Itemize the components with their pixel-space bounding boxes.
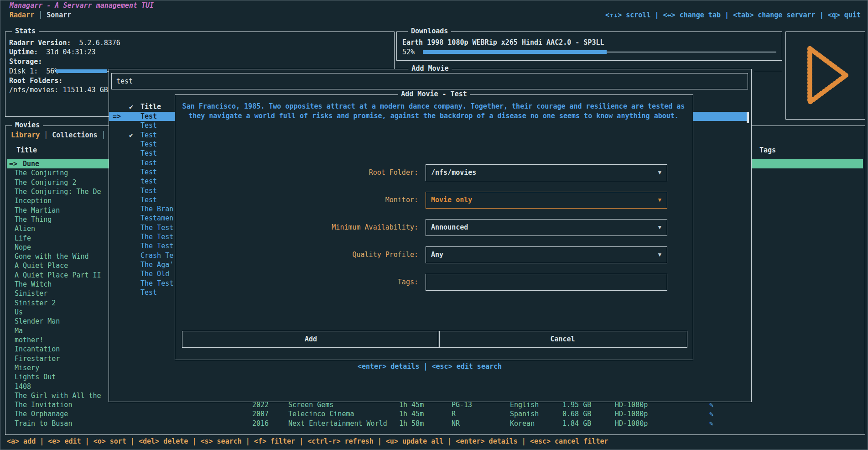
movie-runtime: 1h 58m [399, 419, 424, 428]
result-title: Test [140, 195, 157, 204]
result-title: Test [140, 167, 157, 177]
table-row-details[interactable]: 2016 Next Entertainment World 1h 58m NR … [5, 419, 864, 428]
downloads-panel: Downloads Earth 1998 1080p WEBRip x265 H… [396, 31, 782, 61]
movie-title: A Quiet Place Part II [15, 271, 101, 280]
add-movie-detail-modal: Add Movie - Test San Francisco, 1985. Tw… [175, 94, 693, 360]
footer-keybind-help: <a> add | <e> edit | <o> sort | <del> de… [7, 437, 608, 445]
movie-title: The Martian [15, 206, 60, 215]
result-title: The Test [140, 279, 173, 288]
tab-collections[interactable]: Collections [52, 131, 97, 139]
field-value: Announced [431, 220, 468, 235]
movie-title: The Witch [15, 280, 52, 289]
field-dropdown[interactable]: /nfs/movies ▼ [426, 164, 667, 181]
result-title: Test [140, 140, 157, 149]
movie-title: Nope [15, 243, 31, 252]
movie-title: Us [15, 308, 23, 317]
download-progress-gauge [423, 50, 776, 54]
root-folders-label: Root Folders: [9, 77, 62, 85]
result-title: test [140, 177, 157, 186]
chevron-down-icon: ▼ [658, 220, 661, 235]
chevron-down-icon: ▼ [658, 192, 661, 208]
field-dropdown[interactable]: ▼ [426, 274, 667, 291]
result-title: Test [140, 121, 157, 130]
downloads-panel-title: Downloads [408, 27, 451, 35]
add-movie-form: Root Folder: /nfs/movies ▼ Monitor: Movi… [175, 164, 692, 301]
movie-title: Slender Man [15, 317, 60, 326]
logo-panel [785, 31, 865, 120]
field-dropdown[interactable]: Announced ▼ [426, 219, 667, 236]
app-title: Managarr - A Servarr management TUI [10, 1, 154, 10]
result-title: The Test [140, 232, 173, 241]
movies-panel-title: Movies [12, 121, 43, 129]
uptime-line: Uptime: 31d 04:31:23 [9, 47, 96, 57]
storage-label: Storage: [9, 58, 42, 66]
field-dropdown[interactable]: Any ▼ [426, 246, 667, 263]
results-scrollbar-thumb[interactable] [747, 112, 749, 123]
tab-radarr[interactable]: Radarr [10, 11, 34, 19]
movie-language: Korean [510, 419, 535, 428]
download-percent: 52% [402, 48, 415, 56]
disk-label: Disk 1: [9, 67, 38, 75]
movie-year: 2007 [252, 409, 269, 419]
chevron-down-icon: ▼ [658, 165, 661, 181]
field-label: Minimum Availability: [175, 219, 418, 236]
servarr-tab-bar: Radarr│Sonarr [10, 11, 71, 19]
movie-title: The Girl with All the [15, 391, 101, 400]
movie-overview-line2: they navigate a world full of risks and … [175, 112, 692, 120]
field-label: Root Folder: [175, 164, 418, 181]
results-title-header: Title [140, 102, 161, 111]
selection-arrow: => [113, 112, 121, 121]
movie-quality: HD-1080p [615, 409, 648, 419]
form-field-row: Tags: ▼ [175, 274, 692, 291]
movie-overview-line1: San Francisco, 1985. Two opposites attra… [175, 102, 692, 110]
field-label: Monitor: [175, 192, 418, 209]
header-keybind-help: <↑↓> scroll | <↔> change tab | <tab> cha… [605, 11, 861, 19]
movie-detail-rows: 2022 Screen Gems 1h 45m PG-13 English 1.… [5, 400, 864, 428]
tab-separator: │ [44, 131, 48, 139]
movie-search-box [111, 73, 748, 89]
movie-quality: HD-1080p [615, 419, 648, 428]
field-value: Any [431, 247, 443, 263]
movie-title: Gone with the Wind [15, 252, 89, 261]
movie-title: The Conjuring: The De [15, 187, 101, 196]
edit-pencil-icon: ✎ [709, 409, 713, 419]
popup-keybind-help: <enter> details | <esc> edit search [109, 362, 750, 371]
search-input[interactable] [116, 74, 741, 89]
movie-title: Alien [15, 224, 35, 233]
movie-title: Sinister [15, 289, 47, 298]
field-label: Quality Profile: [175, 246, 418, 263]
stats-panel-title: Stats [12, 27, 39, 35]
add-movie-popup-title: Add Movie [408, 64, 452, 73]
managarr-play-logo-icon [798, 43, 852, 108]
tab-sonarr[interactable]: Sonarr [47, 11, 71, 19]
cancel-button[interactable]: Cancel [438, 331, 687, 348]
edit-pencil-icon: ✎ [709, 419, 713, 428]
movie-title: Firestarter [15, 354, 60, 363]
movie-rating: R [452, 409, 456, 419]
table-row-details[interactable]: 2007 Telecinco Cinema 1h 45m R Spanish 0… [5, 409, 864, 419]
managarr-app: Managarr - A Servarr management TUI Rada… [0, 0, 868, 450]
field-value: Movie only [431, 192, 472, 208]
field-label: Tags: [175, 274, 418, 291]
download-item-title: Earth 1998 1080p WEBRip x265 Hindi AAC2.… [402, 38, 604, 47]
storage-line: Storage: [9, 57, 42, 66]
field-dropdown[interactable]: Movie only ▼ [426, 192, 667, 209]
add-button[interactable]: Add [182, 331, 440, 348]
movie-year: 2016 [252, 419, 269, 428]
result-title: The Old [140, 269, 169, 278]
movie-title: A Quiet Place [15, 261, 68, 270]
result-title: The Test [140, 223, 173, 232]
root-folders-line: Root Folders: [9, 76, 62, 85]
movie-title: Misery [15, 363, 39, 372]
result-title: The Aga' [140, 260, 173, 269]
border-fragment [754, 71, 782, 71]
movie-title: The Thing [15, 215, 52, 224]
movie-title: Life [15, 234, 31, 243]
result-title: The Test [140, 241, 173, 251]
movie-studio: Telecinco Cinema [288, 409, 354, 419]
modal-title: Add Movie - Test [398, 90, 470, 98]
movie-runtime: 1h 45m [399, 409, 424, 419]
tab-library[interactable]: Library [11, 131, 40, 139]
movie-title: Inception [15, 196, 52, 205]
version-value: 5.2.6.8376 [79, 39, 120, 47]
